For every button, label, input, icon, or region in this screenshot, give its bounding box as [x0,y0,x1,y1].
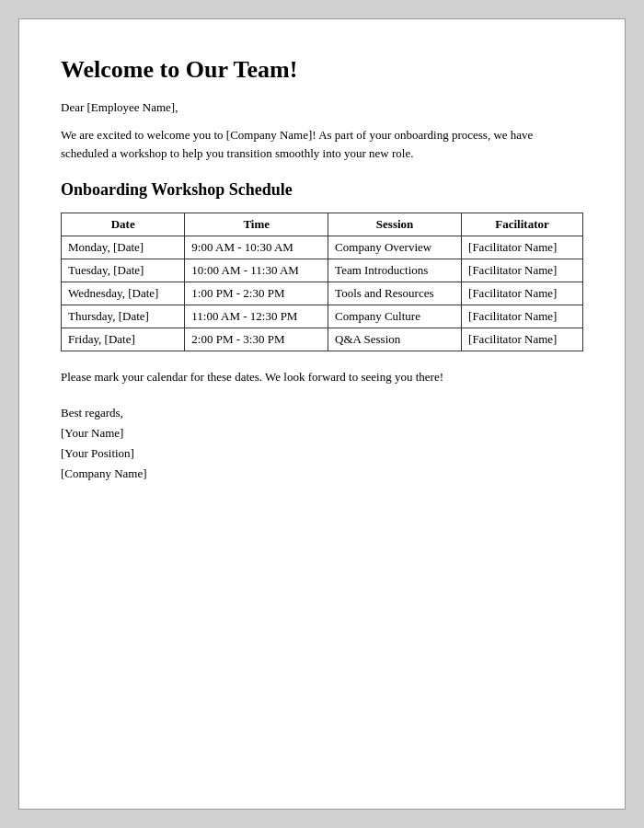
col-header-facilitator: Facilitator [462,213,583,236]
table-cell-0-2: Company Overview [328,236,462,259]
intro-paragraph: We are excited to welcome you to [Compan… [61,126,583,162]
signature-block: Best regards, [Your Name] [Your Position… [61,403,583,484]
table-cell-3-0: Thursday, [Date] [62,305,185,328]
table-cell-1-1: 10:00 AM - 11:30 AM [185,259,328,282]
signature-salutation: Best regards, [61,403,583,423]
table-cell-0-1: 9:00 AM - 10:30 AM [185,236,328,259]
table-cell-2-0: Wednesday, [Date] [62,282,185,305]
page-title: Welcome to Our Team! [61,56,583,84]
table-cell-2-3: [Facilitator Name] [462,282,583,305]
table-row: Monday, [Date]9:00 AM - 10:30 AMCompany … [62,236,583,259]
table-row: Wednesday, [Date]1:00 PM - 2:30 PMTools … [62,282,583,305]
schedule-heading: Onboarding Workshop Schedule [61,180,583,200]
table-cell-3-1: 11:00 AM - 12:30 PM [185,305,328,328]
schedule-table: Date Time Session Facilitator Monday, [D… [61,213,583,351]
table-cell-1-2: Team Introductions [328,259,462,282]
table-header-row: Date Time Session Facilitator [62,213,583,236]
table-cell-1-3: [Facilitator Name] [462,259,583,282]
closing-paragraph: Please mark your calendar for these date… [61,368,583,386]
greeting-text: Dear [Employee Name], [61,100,583,115]
table-cell-2-1: 1:00 PM - 2:30 PM [185,282,328,305]
document-page: Welcome to Our Team! Dear [Employee Name… [18,18,626,810]
table-cell-3-2: Company Culture [328,305,462,328]
table-cell-0-0: Monday, [Date] [62,236,185,259]
col-header-date: Date [62,213,185,236]
table-cell-4-1: 2:00 PM - 3:30 PM [185,328,328,351]
table-cell-3-3: [Facilitator Name] [462,305,583,328]
table-cell-2-2: Tools and Resources [328,282,462,305]
signature-position: [Your Position] [61,443,583,464]
table-cell-0-3: [Facilitator Name] [462,236,583,259]
table-cell-4-2: Q&A Session [328,328,462,351]
table-cell-4-3: [Facilitator Name] [462,328,583,351]
table-cell-4-0: Friday, [Date] [62,328,185,351]
table-row: Friday, [Date]2:00 PM - 3:30 PMQ&A Sessi… [62,328,583,351]
signature-company: [Company Name] [61,464,583,484]
col-header-time: Time [185,213,328,236]
table-row: Thursday, [Date]11:00 AM - 12:30 PMCompa… [62,305,583,328]
table-cell-1-0: Tuesday, [Date] [62,259,185,282]
col-header-session: Session [328,213,462,236]
signature-name: [Your Name] [61,423,583,443]
table-row: Tuesday, [Date]10:00 AM - 11:30 AMTeam I… [62,259,583,282]
